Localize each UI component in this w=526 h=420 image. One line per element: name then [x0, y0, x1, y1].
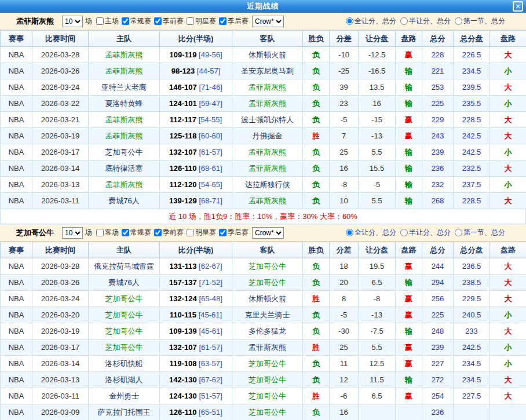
checkbox-input[interactable]: [219, 17, 227, 25]
away-team-cell: 孟菲斯灰熊: [232, 96, 303, 112]
filter-checkbox[interactable]: 常规赛: [120, 228, 151, 238]
home-team-cell: 费城76人: [89, 193, 160, 209]
filter-checkbox[interactable]: 季后赛: [217, 16, 249, 26]
total-line-cell: 234.5: [454, 63, 490, 79]
radio-label: 半让分、总分: [409, 16, 451, 26]
result-cell: 胜: [303, 128, 330, 144]
column-header: 胜负: [303, 242, 330, 258]
date-cell: 2026-03-21: [32, 112, 89, 128]
filter-checkbox[interactable]: 主场: [94, 16, 119, 26]
filter-checkbox[interactable]: 季后赛: [217, 228, 249, 238]
result-cell: 负: [303, 63, 330, 79]
handicap-cell: 6.5: [359, 275, 396, 291]
home-team-cell: 夏洛特黄蜂: [89, 96, 160, 112]
score-cell: 132-107 [61-57]: [160, 144, 232, 160]
checkbox-input[interactable]: [154, 229, 162, 236]
over-under-cell: 小: [490, 144, 526, 160]
checkbox-input[interactable]: [187, 17, 194, 25]
home-team-cell: 芝加哥公牛: [89, 291, 160, 307]
league-cell: NBA: [1, 112, 32, 128]
checkbox-input[interactable]: [96, 17, 104, 25]
game-row: NBA2026-03-19芝加哥公牛109-139 [45-61]多伦多猛龙负-…: [1, 323, 526, 339]
half-score: [45-61]: [199, 311, 222, 319]
home-team-cell: 孟菲斯灰熊: [89, 47, 160, 63]
home-team-cell: 芝加哥公牛: [89, 323, 160, 339]
handicap-cell: 6.5: [359, 388, 396, 404]
away-team-cell: 芝加哥公牛: [232, 404, 303, 420]
checkbox-input[interactable]: [96, 229, 104, 236]
filter-checkbox[interactable]: 客场: [94, 228, 119, 238]
total-line-cell: 228.5: [454, 112, 490, 128]
odds-mode-radio[interactable]: 第一节、总分: [453, 16, 505, 26]
odds-mode-radio[interactable]: 全让分、总分: [344, 228, 396, 238]
radio-input[interactable]: [400, 17, 408, 25]
home-team-cell: 孟菲斯灰熊: [89, 177, 160, 193]
column-header: 让分盘: [359, 242, 396, 258]
odds-mode-radio[interactable]: 全让分、总分: [344, 16, 396, 26]
filter-checkbox[interactable]: 季前赛: [152, 228, 184, 238]
home-team-cell: 萨克拉门托国王: [89, 404, 160, 420]
radio-input[interactable]: [455, 17, 462, 25]
filter-bar: 孟菲斯灰熊 10 场 主场常规赛季前赛明星赛季后赛 Crow* 全让分、总分半让…: [0, 13, 526, 30]
home-team-cell: 孟菲斯灰熊: [89, 63, 160, 79]
half-score: [71-46]: [199, 83, 222, 92]
radio-input[interactable]: [346, 17, 353, 25]
column-header: 盘路: [490, 242, 526, 258]
radio-input[interactable]: [455, 229, 462, 236]
score-cell: 131-113 [62-67]: [160, 258, 232, 275]
total-cell: 254: [422, 388, 454, 404]
date-cell: 2026-03-28: [32, 258, 89, 275]
date-cell: 2026-03-09: [32, 404, 89, 420]
close-icon[interactable]: ✕: [513, 1, 523, 12]
score-cell: 146-107 [71-46]: [160, 79, 232, 96]
total-cell: 225: [422, 307, 454, 323]
total-line-cell: 234.5: [454, 372, 490, 388]
over-under-cell: 大: [490, 372, 526, 388]
checkbox-input[interactable]: [122, 17, 129, 25]
filter-checkbox[interactable]: 季前赛: [152, 16, 184, 26]
score-cell: 110-115 [45-61]: [160, 307, 232, 323]
handicap-result-cell: 输: [396, 323, 422, 339]
checkbox-input[interactable]: [187, 229, 194, 236]
odds-company-select[interactable]: Crow*: [252, 16, 284, 27]
checkbox-input[interactable]: [154, 17, 162, 25]
checkbox-input[interactable]: [219, 229, 227, 236]
date-cell: 2026-03-19: [32, 323, 89, 339]
over-under-cell: 大: [490, 79, 526, 96]
total-cell: 272: [422, 372, 454, 388]
handicap-cell: -15: [359, 112, 396, 128]
odds-mode-radio[interactable]: 半让分、总分: [399, 16, 451, 26]
date-cell: 2026-03-17: [32, 144, 89, 160]
games-count-select[interactable]: 10: [62, 16, 83, 27]
filter-checkbox[interactable]: 明星赛: [185, 16, 216, 26]
home-team-cell: 芝加哥公牛: [89, 144, 160, 160]
score-cell: 132-124 [65-48]: [160, 291, 232, 307]
radio-label: 第一节、总分: [463, 228, 505, 238]
league-cell: NBA: [1, 275, 32, 291]
over-under-cell: 大: [490, 160, 526, 177]
team-name: 孟菲斯灰熊: [16, 16, 54, 27]
odds-mode-radio[interactable]: 第一节、总分: [453, 228, 505, 238]
handicap-cell: 11.5: [359, 372, 396, 388]
game-row: NBA2026-03-19孟菲斯灰熊125-118 [60-60]丹佛掘金胜7-…: [1, 128, 526, 144]
game-row: NBA2026-03-26孟菲斯灰熊98-123 [44-57]圣安东尼奥马刺负…: [1, 63, 526, 79]
half-score: [62-67]: [199, 262, 222, 271]
full-score: 112-117: [170, 115, 196, 124]
total-cell: 248: [422, 323, 454, 339]
radio-input[interactable]: [400, 229, 408, 236]
full-score: 119-108: [169, 359, 196, 368]
checkbox-input[interactable]: [122, 229, 129, 236]
filter-checkbox[interactable]: 明星赛: [185, 228, 216, 238]
full-score: 109-139: [169, 327, 197, 335]
radio-input[interactable]: [346, 229, 353, 236]
handicap-result-cell: 输: [396, 63, 422, 79]
league-cell: NBA: [1, 144, 32, 160]
games-count-select[interactable]: 10: [62, 227, 83, 239]
full-score: 124-130: [169, 392, 197, 400]
full-score: 157-137: [169, 278, 197, 287]
odds-mode-radio[interactable]: 半让分、总分: [399, 228, 451, 238]
column-header: 分差: [330, 31, 359, 47]
odds-company-select[interactable]: Crow*: [252, 227, 284, 239]
full-score: 126-110: [169, 408, 196, 417]
filter-checkbox[interactable]: 常规赛: [120, 16, 151, 26]
